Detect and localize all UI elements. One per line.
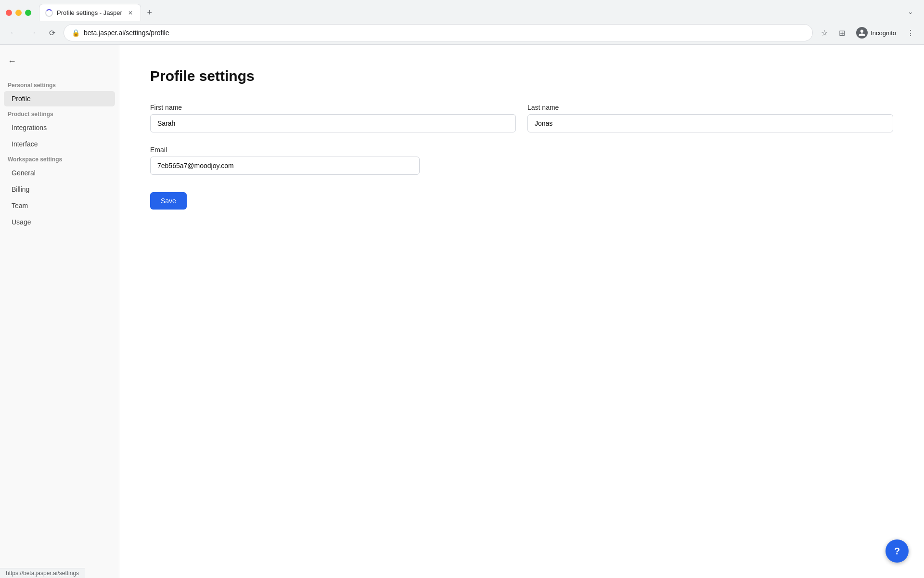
- menu-button[interactable]: ⋮: [903, 25, 918, 40]
- title-bar: Profile settings - Jasper ✕ + ⌄: [0, 0, 924, 21]
- profile-label: Profile: [12, 95, 31, 103]
- browser-chrome: Profile settings - Jasper ✕ + ⌄ ← → ⟳ 🔒 …: [0, 0, 924, 45]
- last-name-group: Last name: [527, 104, 893, 132]
- question-mark-icon: ?: [894, 546, 900, 557]
- name-row: First name Last name: [150, 104, 893, 132]
- new-tab-button[interactable]: +: [143, 6, 156, 19]
- sidebar-item-usage[interactable]: Usage: [4, 214, 115, 230]
- email-input[interactable]: [150, 157, 420, 175]
- maximize-button[interactable]: [25, 10, 31, 16]
- url-text: beta.jasper.ai/settings/profile: [84, 29, 805, 37]
- active-tab[interactable]: Profile settings - Jasper ✕: [39, 4, 141, 21]
- last-name-label: Last name: [527, 104, 893, 111]
- product-settings-section: Product settings: [0, 107, 119, 119]
- page-title: Profile settings: [150, 68, 893, 84]
- main-content: Profile settings First name Last name Em…: [119, 45, 924, 578]
- sidebar-item-integrations[interactable]: Integrations: [4, 120, 115, 135]
- navigation-bar: ← → ⟳ 🔒 beta.jasper.ai/settings/profile …: [0, 21, 924, 44]
- integrations-label: Integrations: [12, 124, 47, 131]
- address-bar[interactable]: 🔒 beta.jasper.ai/settings/profile: [64, 24, 813, 41]
- save-button[interactable]: Save: [150, 192, 187, 210]
- email-label: Email: [150, 146, 420, 154]
- status-url: https://beta.jasper.ai/settings: [6, 570, 79, 577]
- tab-strip-menu[interactable]: ⌄: [903, 4, 918, 19]
- incognito-label: Incognito: [871, 29, 896, 37]
- tab-favicon-loading: [45, 9, 53, 17]
- last-name-input[interactable]: [527, 114, 893, 132]
- minimize-button[interactable]: [15, 10, 22, 16]
- incognito-avatar: [856, 27, 868, 39]
- sidebar: ← Personal settings Profile Product sett…: [0, 45, 119, 578]
- tab-close-button[interactable]: ✕: [126, 9, 135, 17]
- tabs-bar: Profile settings - Jasper ✕ + ⌄: [39, 4, 918, 21]
- sidebar-item-profile[interactable]: Profile: [4, 91, 115, 106]
- general-label: General: [12, 169, 36, 177]
- first-name-group: First name: [150, 104, 516, 132]
- browser-actions: ☆ ⊞ Incognito ⋮: [817, 25, 918, 40]
- sidebar-item-interface[interactable]: Interface: [4, 136, 115, 152]
- team-label: Team: [12, 202, 28, 210]
- forward-nav-button[interactable]: →: [25, 25, 40, 40]
- email-row: Email: [150, 146, 893, 175]
- sidebar-back-button[interactable]: ←: [0, 53, 119, 70]
- close-button[interactable]: [6, 10, 12, 16]
- back-nav-button[interactable]: ←: [6, 25, 21, 40]
- billing-label: Billing: [12, 185, 29, 193]
- reload-button[interactable]: ⟳: [44, 25, 60, 40]
- usage-label: Usage: [12, 218, 31, 226]
- sidebar-item-general[interactable]: General: [4, 165, 115, 181]
- sidebar-item-team[interactable]: Team: [4, 198, 115, 213]
- app-layout: ← Personal settings Profile Product sett…: [0, 45, 924, 578]
- help-button[interactable]: ?: [886, 539, 909, 563]
- lock-icon: 🔒: [72, 29, 80, 37]
- traffic-lights: [6, 10, 31, 16]
- tab-title: Profile settings - Jasper: [57, 9, 122, 16]
- workspace-settings-section: Workspace settings: [0, 152, 119, 165]
- back-arrow-icon: ←: [8, 56, 16, 66]
- personal-settings-section: Personal settings: [0, 78, 119, 91]
- bookmark-button[interactable]: ☆: [817, 25, 832, 40]
- first-name-label: First name: [150, 104, 516, 111]
- interface-label: Interface: [12, 140, 38, 148]
- first-name-input[interactable]: [150, 114, 516, 132]
- sidebar-item-billing[interactable]: Billing: [4, 182, 115, 197]
- extensions-button[interactable]: ⊞: [834, 25, 849, 40]
- status-bar: https://beta.jasper.ai/settings: [0, 568, 85, 578]
- email-group: Email: [150, 146, 420, 175]
- incognito-button[interactable]: Incognito: [851, 25, 901, 40]
